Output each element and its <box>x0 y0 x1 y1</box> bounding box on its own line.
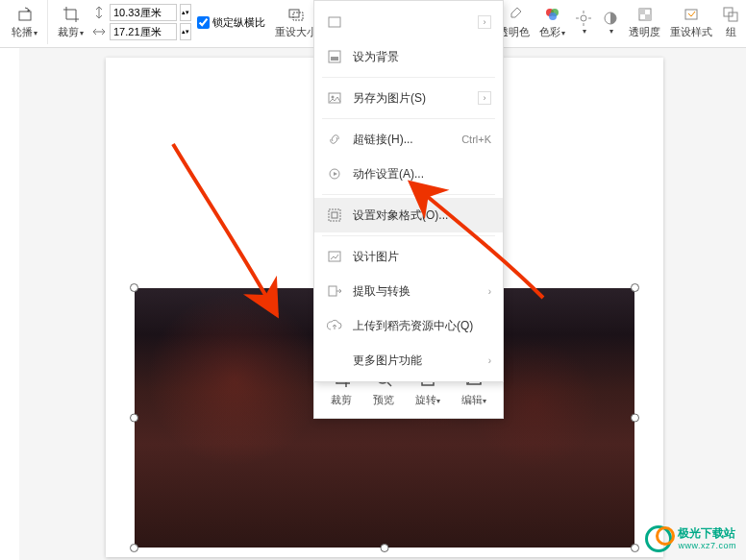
reset-size-icon <box>287 6 305 23</box>
menu-hyperlink-shortcut: Ctrl+K <box>461 134 491 145</box>
menu-more-image-funcs-label: 更多图片功能 <box>353 353 422 369</box>
svg-rect-2 <box>293 12 303 20</box>
qt-crop-label: 裁剪 <box>331 393 352 407</box>
context-menu: › 设为背景 另存为图片(S) › 超链接(H)... Ctrl+K 动作设置(… <box>313 0 504 382</box>
menu-upload-docer[interactable]: 上传到稻壳资源中心(Q) <box>314 308 503 343</box>
size-inputs: ▴▾ ▴▾ <box>91 4 191 40</box>
watermark: 极光下载站 www.xz7.com <box>645 525 736 552</box>
svg-point-22 <box>332 96 335 99</box>
watermark-title: 极光下载站 <box>678 527 736 541</box>
crop-icon <box>62 6 80 23</box>
crop-label: 裁剪 <box>58 26 79 37</box>
reset-size-label: 重设大小 <box>275 25 317 39</box>
menu-set-background-label: 设为背景 <box>353 49 399 65</box>
svg-rect-13 <box>639 9 645 14</box>
rotate-label: 轮播 <box>12 26 33 37</box>
resize-handle-mr[interactable] <box>631 414 639 423</box>
menu-format-object-label: 设置对象格式(O)... <box>353 207 448 224</box>
menu-action-settings-label: 动作设置(A)... <box>353 166 424 183</box>
menu-design-image-label: 设计图片 <box>353 249 399 265</box>
qt-rotate-label: 旋转 <box>415 394 436 405</box>
chevron-down-icon: ▾ <box>561 29 565 37</box>
chevron-down-icon: ▾ <box>583 27 586 36</box>
svg-rect-24 <box>329 209 340 221</box>
chevron-down-icon: ▾ <box>34 29 37 37</box>
chevron-right-icon: › <box>488 286 491 297</box>
resize-handle-bc[interactable] <box>381 544 389 552</box>
menu-separator <box>322 118 495 119</box>
rotate-button[interactable]: 轮播▾ <box>8 4 41 41</box>
svg-rect-26 <box>329 252 340 261</box>
chevron-right-icon: › <box>478 91 491 105</box>
brightness-button[interactable]: ▾ <box>570 8 597 37</box>
chevron-down-icon: ▾ <box>436 397 440 405</box>
width-icon <box>91 24 107 39</box>
resize-handle-bl[interactable] <box>130 544 138 552</box>
color-icon <box>544 6 561 23</box>
watermark-text: 极光下载站 www.xz7.com <box>678 527 736 550</box>
ribbon-group-size: 裁剪▾ ▴▾ ▴▾ 锁定纵横比 重设大小 <box>48 0 328 44</box>
color-label: 色彩 <box>539 26 560 37</box>
watermark-logo-icon <box>645 525 672 552</box>
menu-format-object[interactable]: 设置对象格式(O)... <box>314 198 503 232</box>
height-input[interactable] <box>110 4 177 21</box>
transparency-button[interactable]: 透明度 <box>624 4 665 41</box>
svg-line-29 <box>387 382 391 386</box>
svg-rect-14 <box>645 14 651 20</box>
height-icon <box>91 5 107 20</box>
group-button[interactable]: 组 <box>717 4 744 41</box>
menu-extract-convert[interactable]: 提取与转换 › <box>314 274 503 308</box>
height-row: ▴▾ <box>91 4 191 21</box>
menu-separator <box>322 77 495 78</box>
menu-set-background[interactable]: 设为背景 <box>314 39 503 74</box>
menu-action-settings[interactable]: 动作设置(A)... <box>314 157 503 191</box>
transparency-label: 透明度 <box>629 25 660 39</box>
rotate-icon <box>16 6 34 23</box>
svg-rect-0 <box>19 12 31 20</box>
resize-handle-tr[interactable] <box>631 283 639 292</box>
contrast-button[interactable]: ▾ <box>597 8 624 37</box>
action-icon <box>326 165 343 183</box>
menu-save-as-image[interactable]: 另存为图片(S) › <box>314 81 503 115</box>
image-icon <box>326 89 343 107</box>
menu-row-top[interactable]: › <box>314 5 503 39</box>
transparency-icon <box>636 6 654 23</box>
group-icon <box>722 6 739 23</box>
svg-rect-1 <box>289 10 299 17</box>
menu-design-image[interactable]: 设计图片 <box>314 239 503 274</box>
chevron-down-icon: ▾ <box>483 397 486 405</box>
resize-handle-tl[interactable] <box>130 283 138 292</box>
resize-handle-ml[interactable] <box>130 414 138 423</box>
lock-ratio-checkbox[interactable]: 锁定纵横比 <box>197 15 265 30</box>
crop-button[interactable]: 裁剪▾ <box>54 4 87 41</box>
svg-rect-15 <box>685 10 697 19</box>
reset-style-icon <box>683 6 700 23</box>
link-icon <box>326 131 343 148</box>
menu-save-as-image-label: 另存为图片(S) <box>353 90 426 107</box>
width-spinner[interactable]: ▴▾ <box>180 23 191 40</box>
svg-rect-27 <box>329 286 336 296</box>
menu-more-image-funcs[interactable]: 更多图片功能 › <box>314 343 503 377</box>
eyedropper-icon <box>506 6 523 23</box>
menu-hyperlink[interactable]: 超链接(H)... Ctrl+K <box>314 122 503 157</box>
menu-separator <box>322 235 495 236</box>
resize-handle-br[interactable] <box>631 544 639 552</box>
lock-ratio-input[interactable] <box>197 16 210 29</box>
width-row: ▴▾ <box>91 23 191 40</box>
format-icon <box>326 207 343 224</box>
chevron-down-icon: ▾ <box>609 27 613 36</box>
menu-upload-docer-label: 上传到稻壳资源中心(Q) <box>353 318 473 334</box>
color-button[interactable]: 色彩▾ <box>535 4 570 41</box>
menu-hyperlink-label: 超链接(H)... <box>353 132 413 148</box>
qt-preview-label: 预览 <box>373 393 394 407</box>
chevron-down-icon: ▾ <box>80 29 84 37</box>
svg-rect-18 <box>329 17 340 27</box>
reset-style-button[interactable]: 重设样式 <box>665 4 717 41</box>
chevron-right-icon: › <box>478 15 491 29</box>
extract-icon <box>326 282 343 300</box>
height-spinner[interactable]: ▴▾ <box>180 4 191 21</box>
svg-point-6 <box>581 15 586 21</box>
background-icon <box>326 48 343 65</box>
upload-icon <box>326 317 343 334</box>
width-input[interactable] <box>110 23 177 40</box>
